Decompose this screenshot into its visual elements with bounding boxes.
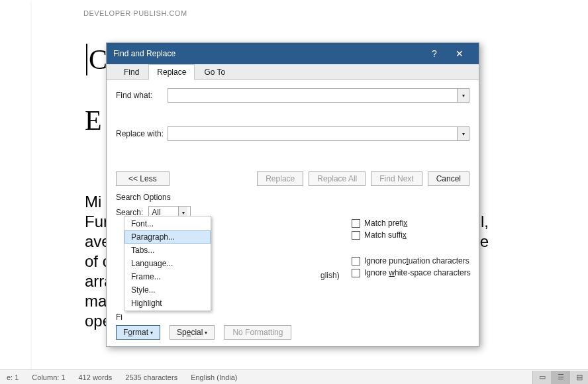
cancel-button[interactable]: Cancel xyxy=(428,171,469,186)
status-bar: e: 1 Column: 1 412 words 2535 characters… xyxy=(0,369,588,384)
close-button[interactable]: ✕ xyxy=(447,43,472,64)
match-options-2: Ignore punctuation characters Ignore whi… xyxy=(352,256,471,277)
tab-replace[interactable]: Replace xyxy=(148,64,195,80)
tab-find[interactable]: Find xyxy=(116,65,147,79)
menu-style[interactable]: Style... xyxy=(124,283,211,297)
menu-paragraph[interactable]: Paragraph... xyxy=(124,230,211,244)
special-button[interactable]: Special▾ xyxy=(170,325,215,340)
menu-highlight[interactable]: Highlight xyxy=(124,297,211,310)
format-button[interactable]: Format▾ xyxy=(116,325,160,340)
view-print-layout-icon[interactable]: ☰ xyxy=(551,371,569,384)
tab-goto[interactable]: Go To xyxy=(196,65,233,79)
match-prefix-checkbox[interactable]: Match prefix xyxy=(352,218,407,228)
replace-button[interactable]: Replace xyxy=(257,171,303,186)
replace-all-button[interactable]: Replace All xyxy=(309,171,366,186)
status-page[interactable]: e: 1 xyxy=(0,373,25,381)
find-next-button[interactable]: Find Next xyxy=(371,171,422,186)
less-button[interactable]: << Less xyxy=(116,171,170,186)
match-suffix-checkbox[interactable]: Match suffix xyxy=(352,230,407,240)
format-popup-menu: Font... Paragraph... Tabs... Language...… xyxy=(124,216,211,311)
status-words[interactable]: 412 words xyxy=(72,373,119,381)
view-web-layout-icon[interactable]: ▤ xyxy=(569,371,588,384)
dialog-titlebar[interactable]: Find and Replace ? ✕ xyxy=(107,43,479,64)
menu-frame[interactable]: Frame... xyxy=(124,270,211,283)
find-what-label: Find what: xyxy=(116,91,168,100)
find-section-label: Fi xyxy=(116,312,122,322)
dialog-body: Find what: ▾ Replace with: ▾ << Less Rep… xyxy=(107,80,479,230)
view-read-mode-icon[interactable]: ▭ xyxy=(532,371,551,384)
help-button[interactable]: ? xyxy=(422,43,447,64)
tab-strip: Find Replace Go To xyxy=(107,64,479,80)
watermark: DEVELOPER PUBLISH.COM xyxy=(83,9,187,17)
chevron-down-icon[interactable]: ▾ xyxy=(457,89,469,102)
status-column[interactable]: Column: 1 xyxy=(25,373,72,381)
doc-text-c: C xyxy=(86,44,107,75)
caret-down-icon: ▾ xyxy=(205,330,207,336)
menu-font[interactable]: Font... xyxy=(124,217,211,230)
replace-with-input[interactable]: ▾ xyxy=(168,126,469,141)
dialog-title: Find and Replace xyxy=(113,49,175,58)
ignore-whitespace-checkbox[interactable]: Ignore white-space characters xyxy=(352,268,471,277)
search-options-label: Search Options xyxy=(116,193,469,202)
ignore-punct-checkbox[interactable]: Ignore punctuation characters xyxy=(352,256,471,265)
replace-with-label: Replace with: xyxy=(116,129,168,138)
find-what-input[interactable]: ▾ xyxy=(168,88,469,103)
menu-language[interactable]: Language... xyxy=(124,257,211,270)
status-chars[interactable]: 2535 characters xyxy=(119,373,184,381)
match-options-1: Match prefix Match suffix xyxy=(352,218,407,240)
no-formatting-button[interactable]: No Formatting xyxy=(224,325,291,340)
language-text-fragment: glish) xyxy=(320,271,340,280)
doc-text-e: E xyxy=(85,105,102,136)
menu-tabs[interactable]: Tabs... xyxy=(124,244,211,257)
chevron-down-icon[interactable]: ▾ xyxy=(457,127,469,140)
caret-down-icon: ▾ xyxy=(150,330,153,336)
status-language[interactable]: English (India) xyxy=(184,373,244,381)
